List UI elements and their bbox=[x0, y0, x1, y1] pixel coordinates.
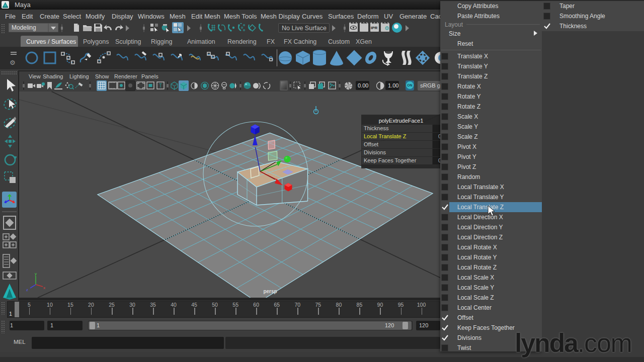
svg-text:persp: persp bbox=[263, 289, 277, 294]
svg-text:x: x bbox=[43, 286, 45, 290]
svg-text:T: T bbox=[159, 83, 162, 88]
svg-text:y: y bbox=[35, 272, 37, 276]
svg-text:z: z bbox=[26, 288, 28, 292]
